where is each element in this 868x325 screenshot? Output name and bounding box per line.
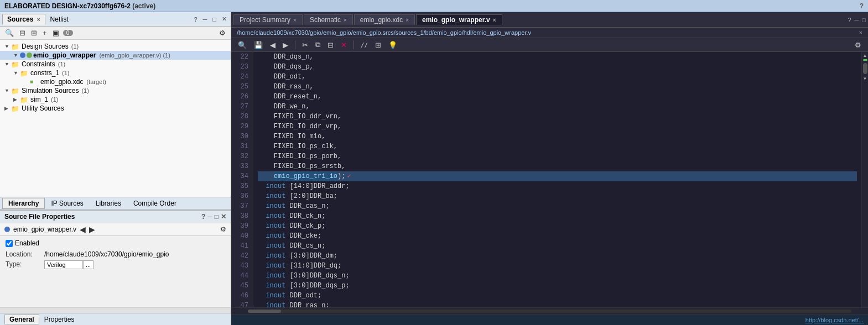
code-line-22: DDR_dqs_n, — [258, 52, 857, 62]
filter-button[interactable]: ▣ — [51, 28, 61, 38]
editor-delete-icon[interactable]: ✕ — [339, 40, 349, 50]
design-sources-count: (1) — [70, 43, 79, 50]
code-line-45: inout [3:0]DDR_dqs_p; — [258, 281, 857, 291]
editor-back-icon[interactable]: ◀ — [268, 40, 278, 50]
tab-project-summary-close[interactable]: × — [293, 17, 297, 23]
props-close-icon[interactable]: ✕ — [221, 213, 226, 221]
compile-order-tab[interactable]: Compile Order — [127, 198, 183, 209]
tree-utility-sources[interactable]: ▶ 📁 Utility Sources — [0, 104, 231, 113]
constrs1-arrow[interactable]: ▼ — [13, 70, 20, 76]
sources-tab[interactable]: Sources × — [2, 14, 45, 25]
props-help-icon[interactable]: ? — [201, 213, 205, 221]
code-content[interactable]: DDR_dqs_n, DDR_dqs_p, DDR_odt, DDR_ras_n… — [253, 52, 861, 307]
constrs1-label: constrs_1 — [30, 69, 59, 77]
tab-xdc-close[interactable]: × — [406, 17, 409, 23]
line-num-31: 31 — [236, 141, 248, 151]
netlist-tab[interactable]: Netlist — [45, 14, 74, 25]
props-expand-icon[interactable]: □ — [215, 213, 219, 221]
hscroll-track[interactable] — [248, 310, 851, 313]
props-file-bar: emio_gpio_wrapper.v ◀ ▶ ⚙ — [0, 223, 231, 236]
editor-cut-icon[interactable]: ✂ — [300, 40, 310, 50]
hierarchy-tab[interactable]: Hierarchy — [2, 198, 45, 209]
status-bar: http://blog.csdn.net/... — [231, 314, 868, 325]
enabled-checkbox[interactable] — [6, 240, 13, 247]
editor-copy-icon[interactable]: ⧉ — [313, 40, 323, 50]
editor-search-icon[interactable]: 🔍 — [236, 40, 249, 50]
sources-minimize-icon[interactable]: ─ — [201, 15, 209, 23]
code-line-27: DDR_we_n, — [258, 102, 857, 112]
editor-paste-icon[interactable]: ⊟ — [325, 40, 336, 50]
design-sources-arrow[interactable]: ▼ — [4, 44, 11, 49]
props-minimize-icon[interactable]: ─ — [207, 213, 212, 221]
line-num-36: 36 — [236, 191, 248, 201]
code-line-36: inout [2:0]DDR_ba; — [258, 191, 857, 201]
sim-sources-label: Simulation Sources — [22, 87, 79, 95]
tab-xdc[interactable]: emio_gpio.xdc × — [354, 14, 415, 25]
tree-xdc[interactable]: ■ emio_gpio.xdc (target) — [0, 77, 231, 86]
sim1-arrow[interactable]: ▶ — [13, 97, 20, 102]
editor-table-icon[interactable]: ⊞ — [373, 40, 383, 50]
scroll-up-arrow[interactable]: ▲ — [863, 53, 867, 58]
utility-sources-label: Utility Sources — [22, 104, 64, 112]
sources-help-icon[interactable]: ? — [192, 15, 199, 23]
editor-minimize-icon[interactable]: ─ — [855, 17, 859, 23]
xdc-label: emio_gpio.xdc — [40, 78, 83, 86]
constraints-arrow[interactable]: ▼ — [4, 61, 11, 67]
tree-emio-wrapper[interactable]: ▼ emio_gpio_wrapper (emio_gpio_wrapper.v… — [0, 51, 231, 60]
tab-project-summary[interactable]: Project Summary × — [233, 14, 303, 25]
collapse-all-button[interactable]: ⊟ — [18, 28, 27, 38]
utility-sources-arrow[interactable]: ▶ — [4, 106, 11, 111]
code-line-25: DDR_ras_n, — [258, 82, 857, 92]
editor-scrollbar-vertical[interactable]: ▲ ▼ — [861, 52, 868, 307]
tree-design-sources[interactable]: ▼ 📁 Design Sources (1) — [0, 42, 231, 51]
libraries-tab[interactable]: Libraries — [90, 198, 127, 209]
file-path-close-icon[interactable]: × — [859, 29, 862, 36]
props-back-button[interactable]: ◀ — [80, 225, 86, 234]
editor-help-icon[interactable]: ? — [848, 17, 851, 23]
status-link[interactable]: http://blog.csdn.net/... — [805, 317, 864, 323]
properties-tab[interactable]: Properties — [39, 314, 80, 324]
general-tab[interactable]: General — [4, 314, 39, 324]
editor-maximize-icon[interactable]: □ — [862, 17, 866, 23]
tab-schematic[interactable]: Schematic × — [304, 14, 353, 25]
sources-maximize-icon[interactable]: □ — [211, 15, 218, 23]
sim-sources-folder-icon: 📁 — [11, 87, 20, 94]
help-button[interactable]: ? — [860, 2, 864, 10]
sources-gear-icon[interactable]: ⚙ — [217, 28, 227, 38]
props-gear-icon[interactable]: ⚙ — [220, 226, 226, 233]
tree-sim-sources[interactable]: ▼ 📁 Simulation Sources (1) — [0, 86, 231, 95]
ip-sources-tab[interactable]: IP Sources — [45, 198, 89, 209]
tab-verilog-wrapper-close[interactable]: × — [493, 17, 496, 23]
scroll-thumb[interactable] — [863, 63, 867, 74]
type-dots-button[interactable]: ... — [83, 260, 93, 269]
editor-fwd-icon[interactable]: ▶ — [280, 40, 290, 50]
sources-close-icon[interactable]: ✕ — [220, 15, 228, 23]
search-button[interactable]: 🔍 — [3, 28, 15, 38]
scroll-down-arrow[interactable]: ▼ — [863, 76, 867, 81]
expand-all-button[interactable]: ⊞ — [29, 28, 39, 38]
line-num-37: 37 — [236, 201, 248, 211]
line-num-43: 43 — [236, 261, 248, 271]
editor-gear-icon[interactable]: ⚙ — [853, 40, 864, 50]
emio-wrapper-arrow[interactable]: ▼ — [13, 53, 20, 58]
props-scrollbar-horizontal[interactable] — [0, 307, 231, 313]
sim-sources-arrow[interactable]: ▼ — [4, 88, 11, 93]
editor-save-icon[interactable]: 💾 — [252, 40, 265, 50]
hscroll-thumb[interactable] — [248, 310, 281, 313]
add-sources-button[interactable]: + — [41, 28, 49, 38]
tree-constraints[interactable]: ▼ 📁 Constraints (1) — [0, 60, 231, 69]
design-sources-label: Design Sources — [22, 43, 69, 50]
tab-schematic-close[interactable]: × — [344, 17, 347, 23]
sources-tab-close[interactable]: × — [37, 17, 40, 23]
type-input[interactable] — [44, 260, 83, 269]
tree-sim1[interactable]: ▶ 📁 sim_1 (1) — [0, 95, 231, 104]
utility-sources-folder-icon: 📁 — [11, 105, 20, 112]
props-fwd-button[interactable]: ▶ — [89, 225, 95, 234]
line-num-24: 24 — [236, 72, 248, 82]
line-num-22: 22 — [236, 52, 248, 62]
editor-scrollbar-horizontal[interactable] — [231, 307, 868, 314]
editor-comment-icon[interactable]: // — [358, 41, 370, 49]
tree-constrs1[interactable]: ▼ 📁 constrs_1 (1) — [0, 69, 231, 77]
tab-verilog-wrapper[interactable]: emio_gpio_wrapper.v × — [416, 14, 502, 25]
editor-lightbulb-icon[interactable]: 💡 — [386, 40, 399, 50]
